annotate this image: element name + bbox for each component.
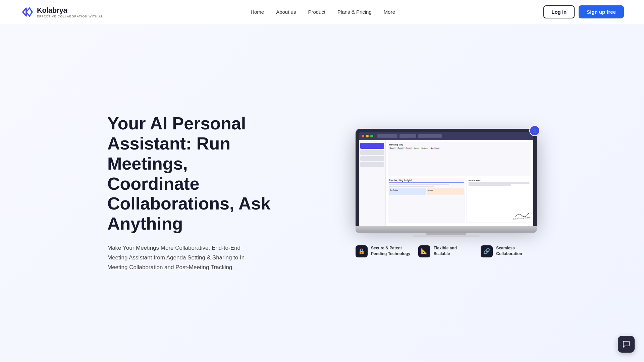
- hero-right: Meeting Map Topic 1 Topic 2 Topic 3 Acti…: [335, 129, 537, 257]
- hero-title: Your AI Personal Assistant: Run Meetings…: [107, 114, 282, 234]
- logo[interactable]: Kolabrya EFFECTIVE COLLABORATION WITH AI: [20, 5, 102, 19]
- nav-links: Home About us Product Plans & Pricing Mo…: [251, 9, 395, 15]
- badge-secure-label: Secure & Patent Pending Technology: [371, 245, 412, 257]
- navbar: Kolabrya EFFECTIVE COLLABORATION WITH AI…: [0, 0, 644, 24]
- nav-home[interactable]: Home: [251, 9, 264, 15]
- badge-seamless-label: Seamless Collaboration: [496, 245, 537, 257]
- badge-secure: 🔒 Secure & Patent Pending Technology: [356, 245, 412, 257]
- brand-name: Kolabrya: [37, 6, 102, 15]
- nav-pricing[interactable]: Plans & Pricing: [337, 9, 372, 15]
- flexible-icon: 📐: [418, 245, 430, 257]
- logo-text: Kolabrya EFFECTIVE COLLABORATION WITH AI: [37, 6, 102, 18]
- brand-tagline: EFFECTIVE COLLABORATION WITH AI: [37, 15, 102, 18]
- chat-fab[interactable]: [618, 336, 635, 353]
- login-button[interactable]: Log In: [543, 5, 575, 18]
- secure-icon: 🔒: [356, 245, 368, 257]
- badge-seamless: 🔗 Seamless Collaboration: [481, 245, 537, 257]
- nav-product[interactable]: Product: [308, 9, 325, 15]
- logo-icon: [20, 5, 34, 19]
- nav-about[interactable]: About us: [276, 9, 296, 15]
- badge-flexible-label: Flexible and Scalable: [434, 245, 474, 257]
- hero-section: Your AI Personal Assistant: Run Meetings…: [0, 0, 644, 362]
- hero-subtitle: Make Your Meetings More Collaborative: E…: [107, 243, 262, 273]
- nav-actions: Log In Sign up free: [543, 5, 624, 18]
- nav-more[interactable]: More: [384, 9, 395, 15]
- laptop-mockup: Meeting Map Topic 1 Topic 2 Topic 3 Acti…: [356, 129, 537, 257]
- hero-left: Your AI Personal Assistant: Run Meetings…: [107, 114, 282, 272]
- user-avatar: 👤: [529, 125, 540, 136]
- seamless-icon: 🔗: [481, 245, 493, 257]
- feature-badges: 🔒 Secure & Patent Pending Technology 📐 F…: [356, 245, 537, 257]
- badge-flexible: 📐 Flexible and Scalable: [418, 245, 474, 257]
- signup-button[interactable]: Sign up free: [579, 5, 624, 18]
